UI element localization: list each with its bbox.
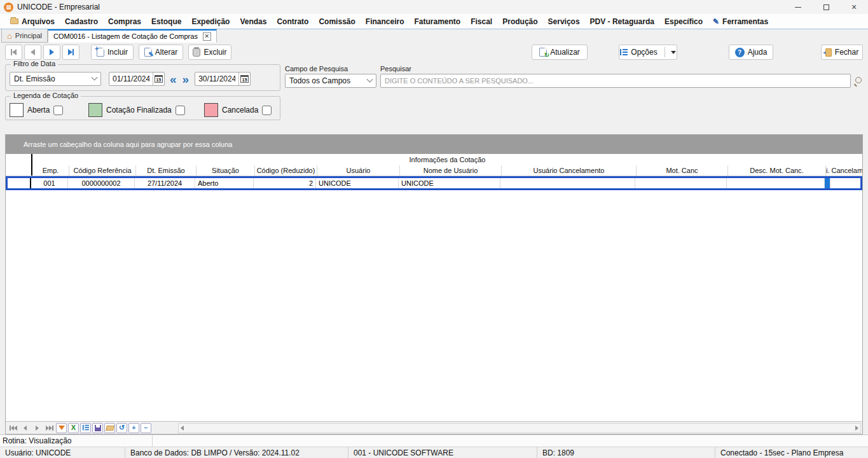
band-header-row: Informações da Cotação <box>6 154 862 165</box>
search-icon[interactable] <box>854 77 862 85</box>
minimize-button[interactable] <box>784 0 812 14</box>
calendar-icon: 15 <box>240 75 249 83</box>
menu-estoque[interactable]: Estoque <box>146 17 186 26</box>
column-header-dt-emissao[interactable]: Dt. Emissão <box>136 165 196 176</box>
grid-save-layout-icon[interactable] <box>92 423 103 433</box>
column-header-usuario-cancelamento[interactable]: Usuário Cancelamento <box>502 165 637 176</box>
atualizar-button[interactable]: ↻ Atualizar <box>532 45 588 60</box>
calendar-icon: 15 <box>155 75 163 83</box>
column-header-cancelamento[interactable]: i. Cancelame <box>826 165 862 176</box>
opcoes-button[interactable]: Opções <box>619 45 677 60</box>
cell-emp[interactable]: 001 <box>31 178 68 188</box>
legend-group-label: Legenda de Cotação <box>11 92 81 99</box>
window-title: UNICODE - Empresarial <box>17 3 100 11</box>
tab-com0016[interactable]: COM0016 - Listagem de Cotação de Compras… <box>48 29 217 43</box>
fechar-button[interactable]: Fechar <box>821 45 863 60</box>
menu-vendas[interactable]: Vendas <box>235 17 272 26</box>
grid-columns-icon[interactable] <box>80 423 91 433</box>
cell-cancelamento-focused[interactable] <box>825 178 830 188</box>
cell-dt-emissao[interactable]: 27/11/2024 <box>135 178 195 188</box>
nav-prev-button[interactable] <box>24 45 41 60</box>
menu-ferramentas[interactable]: ✎Ferramentas <box>708 17 773 26</box>
grid-collapse-icon[interactable]: − <box>141 423 151 433</box>
status-company: 001 - UNICODE SOFTWARE <box>348 447 537 458</box>
menu-financeiro[interactable]: Financeiro <box>361 17 410 26</box>
column-header-mot-canc[interactable]: Mot. Canc <box>637 165 728 176</box>
grid-nav-next-icon[interactable] <box>32 423 43 433</box>
scroll-right-icon[interactable] <box>855 426 858 431</box>
cell-usuario[interactable]: UNICODE <box>316 178 399 188</box>
next-period-icon[interactable]: » <box>183 73 190 85</box>
nav-first-button[interactable] <box>5 45 22 60</box>
date-to-input[interactable] <box>195 74 238 83</box>
grid-nav-last-icon[interactable] <box>44 423 55 433</box>
add-page-icon: + <box>97 48 104 57</box>
grid-nav-first-icon[interactable] <box>8 423 18 433</box>
cell-mot-canc[interactable] <box>635 178 727 188</box>
restore-button[interactable] <box>812 0 840 14</box>
menu-especifico[interactable]: Específico <box>659 17 708 26</box>
menu-comissao[interactable]: Comissão <box>313 17 360 26</box>
grid-navigator: X ↺ + − <box>6 421 862 434</box>
menu-servicos[interactable]: Serviços <box>543 17 585 26</box>
grid-export-excel-icon[interactable]: X <box>68 423 79 433</box>
date-to-calendar-button[interactable]: 15 <box>238 73 250 85</box>
grid-expand-icon[interactable]: + <box>128 423 139 433</box>
menu-arquivos[interactable]: Arquivos <box>5 17 60 26</box>
menu-fiscal[interactable]: Fiscal <box>465 17 497 26</box>
dropdown-arrow-icon[interactable] <box>671 51 676 54</box>
ajuda-button[interactable]: ? Ajuda <box>729 45 773 60</box>
grid-open-layout-icon[interactable] <box>104 423 115 433</box>
cell-codigo-referencia[interactable]: 0000000002 <box>68 178 135 188</box>
table-row-selected[interactable]: 001 0000000002 27/11/2024 Aberto 2 UNICO… <box>6 176 862 190</box>
cell-usuario-cancelamento[interactable] <box>500 178 635 188</box>
menu-compras[interactable]: Compras <box>103 17 146 26</box>
tab-principal[interactable]: ⌂ Principal <box>1 29 48 43</box>
nav-next-button[interactable] <box>43 45 60 60</box>
cell-nome-usuario[interactable]: UNICODE <box>399 178 500 188</box>
aberta-checkbox[interactable] <box>53 106 63 115</box>
column-header-situacao[interactable]: Situação <box>196 165 255 176</box>
finalizada-checkbox[interactable] <box>176 106 185 115</box>
menu-faturamento[interactable]: Faturamento <box>410 17 466 26</box>
column-header-nome-usuario[interactable]: Nome de Usuário <box>400 165 502 176</box>
search-field-select[interactable]: Todos os Campos <box>285 74 376 88</box>
date-from-field: 15 <box>109 72 165 86</box>
column-header-codigo-referencia[interactable]: Código Referência <box>69 165 136 176</box>
incluir-button[interactable]: + Incluir <box>91 45 134 60</box>
horizontal-scrollbar[interactable] <box>178 423 861 433</box>
grid-nav-prev-icon[interactable] <box>20 423 31 433</box>
excluir-button[interactable]: Excluir <box>188 45 231 60</box>
close-button[interactable]: × <box>840 0 868 14</box>
restore-icon <box>823 4 829 10</box>
alterar-button[interactable]: ✎ Alterar <box>139 45 183 60</box>
grid-filter-icon[interactable] <box>56 423 67 433</box>
group-by-bar[interactable]: Arraste um cabeçalho da coluna aqui para… <box>6 135 862 154</box>
pencil-icon: ✎ <box>713 18 719 25</box>
nav-last-button[interactable] <box>62 45 79 60</box>
column-header-usuario[interactable]: Usuário <box>317 165 400 176</box>
date-from-input[interactable] <box>109 74 153 83</box>
search-input[interactable] <box>380 74 851 88</box>
column-header-emp[interactable]: Emp. <box>32 165 69 176</box>
menu-pdv-retaguarda[interactable]: PDV - Retaguarda <box>585 17 659 26</box>
scroll-left-icon[interactable] <box>181 426 184 431</box>
column-header-desc-mot-canc[interactable]: Desc. Mot. Canc. <box>728 165 826 176</box>
tab-strip: ⌂ Principal COM0016 - Listagem de Cotaçã… <box>0 29 868 43</box>
date-field-select[interactable]: Dt. Emissão <box>10 72 101 86</box>
column-header-codigo-reduzido[interactable]: Código (Reduzido) <box>255 165 317 176</box>
grid-refresh-icon[interactable]: ↺ <box>116 423 127 433</box>
status-user: Usuário: UNICODE <box>0 447 125 458</box>
menu-contrato[interactable]: Contrato <box>272 17 313 26</box>
menu-expedicao[interactable]: Expedição <box>186 17 235 26</box>
tab-close-icon[interactable]: ✕ <box>203 32 211 41</box>
date-from-calendar-button[interactable]: 15 <box>153 73 164 85</box>
cancelada-checkbox[interactable] <box>262 106 272 115</box>
cell-situacao[interactable]: Aberto <box>195 178 254 188</box>
menu-producao[interactable]: Produção <box>497 17 542 26</box>
cell-codigo-reduzido[interactable]: 2 <box>254 178 316 188</box>
cell-desc-mot-canc[interactable] <box>727 178 825 188</box>
previous-period-icon[interactable]: « <box>170 73 177 85</box>
date-to-field: 15 <box>195 72 251 86</box>
menu-cadastro[interactable]: Cadastro <box>60 17 103 26</box>
